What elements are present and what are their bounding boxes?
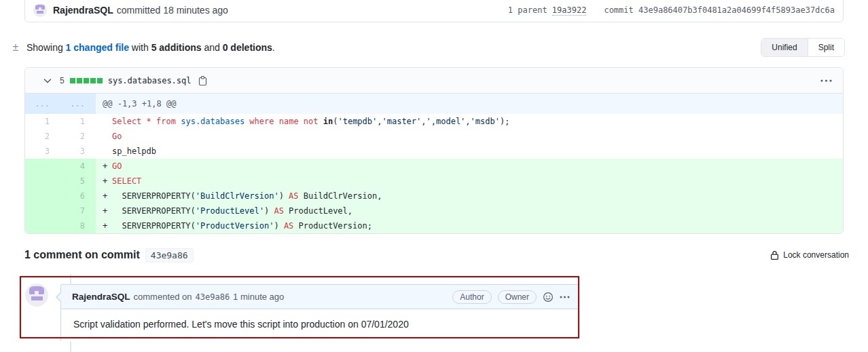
code-token: ProductLevel, (284, 206, 352, 216)
old-line-number[interactable]: 2 (25, 129, 60, 144)
code-token: sp_helpdb (112, 146, 156, 156)
comment-body: Script validation performed. Let's move … (61, 309, 579, 330)
code-token: ProductVersion; (293, 221, 372, 231)
diff-sign: + (103, 174, 112, 189)
code-token: 'BuildClrVersion' (196, 191, 279, 201)
code-token: AS (289, 191, 298, 201)
code-token: SERVERPROPERTY( (112, 206, 196, 216)
hunk-old-gutter[interactable]: ... (25, 94, 60, 114)
code-token: ); (500, 117, 509, 126)
comment-author-link[interactable]: RajendraSQL (72, 292, 130, 302)
diff-sign: + (103, 218, 112, 233)
summary-and: and (202, 42, 223, 53)
code-line: sp_helpdb (96, 144, 843, 159)
code-token: SERVERPROPERTY( (112, 191, 196, 201)
old-line-number[interactable] (25, 189, 60, 203)
parent-sha-link[interactable]: 19a3922 (552, 5, 587, 16)
hunk-header-row: ... ... @@ -1,3 +1,8 @@ (25, 94, 843, 114)
file-name[interactable]: sys.databases.sql (108, 76, 192, 85)
diff-row: 5+SELECT (25, 174, 843, 189)
diff-row: 6+ SERVERPROPERTY('BuildClrVersion') AS … (25, 189, 843, 203)
old-line-number[interactable] (25, 159, 60, 174)
code-token (299, 117, 304, 126)
code-token: 'ProductLevel' (196, 206, 264, 216)
new-line-number[interactable]: 2 (60, 129, 96, 144)
comment-avatar[interactable] (25, 283, 48, 307)
commit-label: commit (604, 5, 633, 15)
code-token: sys.databases (181, 117, 245, 126)
code-token: in (323, 117, 333, 126)
comment-timeline: RajendraSQL commented on 43e9a86 1 minut… (0, 263, 868, 352)
code-token: Select (112, 117, 141, 126)
diff-summary-row: ± Showing 1 changed file with 5 addition… (10, 37, 845, 58)
diff-row: 22Go (25, 129, 843, 144)
code-token: where (249, 117, 274, 126)
chevron-down-icon[interactable] (42, 75, 53, 86)
code-line: + SERVERPROPERTY('ProductVersion') AS Pr… (96, 218, 843, 233)
new-line-number[interactable]: 1 (60, 114, 96, 129)
emoji-reaction-icon[interactable] (543, 292, 554, 302)
author-badge: Author (452, 290, 491, 304)
diff-summary-text: Showing 1 changed file with 5 additions … (26, 42, 275, 53)
avatar[interactable] (33, 3, 47, 17)
diff-lines: 11Select * from sys.databases where name… (25, 114, 843, 233)
code-token: ',model' (427, 117, 466, 126)
new-line-number[interactable]: 4 (60, 159, 96, 174)
comment-timestamp[interactable]: 1 minute ago (233, 292, 284, 302)
diffstat-block (84, 78, 89, 83)
hunk-new-gutter[interactable]: ... (60, 94, 96, 114)
diff-row: 4+GO (25, 159, 843, 174)
comment-box: RajendraSQL commented on 43e9a86 1 minut… (60, 284, 579, 341)
code-token: AS (284, 221, 293, 231)
old-line-number[interactable] (25, 218, 60, 233)
lock-conversation-label: Lock conversation (783, 250, 849, 260)
code-token: * (147, 117, 151, 126)
new-line-number[interactable]: 3 (60, 144, 96, 159)
additions-count: 5 additions (151, 42, 202, 53)
old-line-number[interactable]: 3 (25, 144, 60, 159)
comment-badges: AuthorOwner (452, 290, 570, 304)
code-token: SERVERPROPERTY( (112, 221, 196, 231)
code-token (151, 117, 156, 126)
new-line-number[interactable]: 5 (60, 174, 96, 189)
code-token: , (377, 117, 382, 126)
commit-sha: 43e9a86407b3f0481a2a04699f4f5893ae37dc6a (638, 5, 835, 15)
diff-sign: + (103, 203, 112, 218)
lock-conversation-button[interactable]: Lock conversation (770, 250, 849, 260)
old-line-number[interactable] (25, 203, 60, 218)
view-mode-unified-button[interactable]: Unified (761, 39, 807, 56)
diff-row: 7+ SERVERPROPERTY('ProductLevel') AS Pro… (25, 203, 843, 218)
code-token: 'ProductVersion' (196, 221, 274, 231)
changed-files-link[interactable]: 1 changed file (66, 42, 129, 53)
comments-heading-row: 1 comment on commit 43e9a86 Lock convers… (24, 247, 849, 263)
copy-file-path-icon[interactable] (198, 75, 208, 86)
code-line: +GO (96, 159, 843, 174)
code-token: , (421, 117, 426, 126)
code-token: BuildClrVersion, (299, 191, 382, 201)
old-line-number[interactable] (25, 174, 60, 189)
comment-action-text: commented on (134, 292, 192, 302)
comments-heading-title: 1 comment on commit (24, 249, 140, 261)
new-line-number[interactable]: 6 (60, 189, 96, 203)
code-token: 'master' (382, 117, 422, 126)
diff-icon[interactable]: ± (10, 41, 22, 54)
comment-commit-sha-link[interactable]: 43e9a86 (196, 292, 230, 302)
summary-period: . (272, 42, 275, 53)
code-token: ) (279, 191, 289, 201)
comment-options-kebab-icon[interactable] (560, 296, 570, 298)
diffstat-blocks (70, 78, 103, 83)
diff-sign: + (103, 189, 112, 203)
code-token (141, 117, 146, 126)
diff-sign: + (103, 159, 112, 174)
code-token: AS (274, 206, 283, 216)
commit-author-link[interactable]: RajendraSQL (53, 5, 113, 16)
file-options-kebab-icon[interactable] (820, 79, 832, 82)
new-line-number[interactable]: 8 (60, 218, 96, 233)
heading-commit-sha-chip[interactable]: 43e9a86 (145, 248, 194, 262)
commit-sha-info: commit 43e9a86407b3f0481a2a04699f4f5893a… (604, 5, 835, 15)
old-line-number[interactable]: 1 (25, 114, 60, 129)
file-header: 5 sys.databases.sql (25, 68, 843, 94)
view-mode-split-button[interactable]: Split (808, 39, 844, 56)
new-line-number[interactable]: 7 (60, 203, 96, 218)
code-token: SELECT (112, 176, 141, 186)
